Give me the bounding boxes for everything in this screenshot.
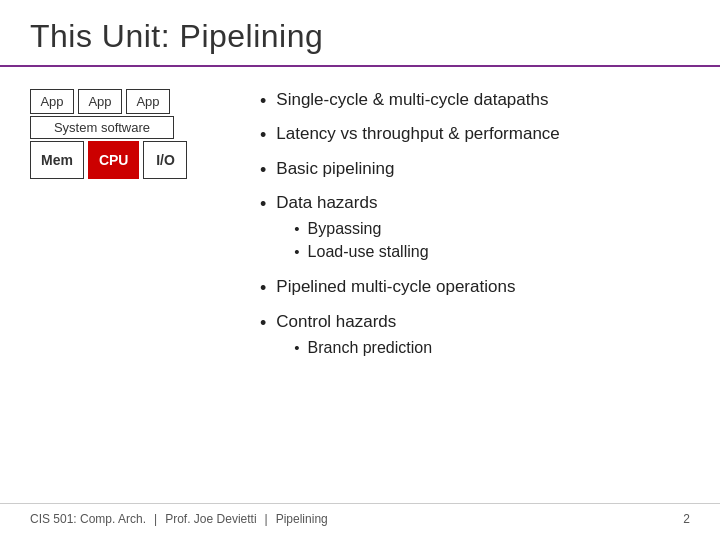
app-box-3: App xyxy=(126,89,170,114)
sub-bullet-4-1: Bypassing xyxy=(294,219,690,240)
footer-professor: Prof. Joe Devietti xyxy=(165,512,256,526)
title-bar: This Unit: Pipelining xyxy=(0,0,720,67)
diagram: App App App System software Mem CPU I/O xyxy=(30,85,230,372)
sub-bullet-4-2: Load-use stalling xyxy=(294,242,690,263)
bullet-list: Single-cycle & multi-cycle datapaths Lat… xyxy=(260,89,690,362)
slide: This Unit: Pipelining App App App System… xyxy=(0,0,720,540)
io-box: I/O xyxy=(143,141,187,179)
cpu-box: CPU xyxy=(88,141,140,179)
footer: CIS 501: Comp. Arch. | Prof. Joe Deviett… xyxy=(0,503,720,526)
sub-list-6: Branch prediction xyxy=(276,338,690,359)
bullet-6: Control hazards Branch prediction xyxy=(260,311,690,363)
hw-row: Mem CPU I/O xyxy=(30,141,187,179)
system-software-label: System software xyxy=(30,116,174,139)
bullets-area: Single-cycle & multi-cycle datapaths Lat… xyxy=(260,85,690,372)
bullet-4: Data hazards Bypassing Load-use stalling xyxy=(260,192,690,267)
bullet-1: Single-cycle & multi-cycle datapaths xyxy=(260,89,690,113)
footer-left: CIS 501: Comp. Arch. | Prof. Joe Deviett… xyxy=(30,512,328,526)
bullet-3: Basic pipelining xyxy=(260,158,690,182)
footer-course: CIS 501: Comp. Arch. xyxy=(30,512,146,526)
footer-page: 2 xyxy=(683,512,690,526)
app-box-1: App xyxy=(30,89,74,114)
app-row: App App App xyxy=(30,89,170,114)
slide-title: This Unit: Pipelining xyxy=(30,18,690,55)
app-box-2: App xyxy=(78,89,122,114)
footer-topic: Pipelining xyxy=(276,512,328,526)
main-content: App App App System software Mem CPU I/O … xyxy=(0,85,720,372)
bullet-5: Pipelined multi-cycle operations xyxy=(260,276,690,300)
bullet-2: Latency vs throughput & performance xyxy=(260,123,690,147)
mem-box: Mem xyxy=(30,141,84,179)
sub-list-4: Bypassing Load-use stalling xyxy=(276,219,690,263)
sub-bullet-6-1: Branch prediction xyxy=(294,338,690,359)
